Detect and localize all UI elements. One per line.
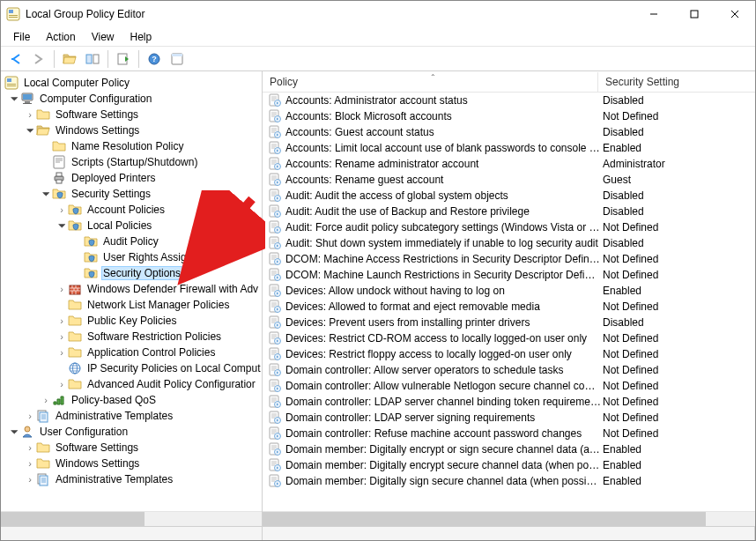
tree-user-windows[interactable]: › Windows Settings <box>4 456 262 471</box>
policy-row[interactable]: Domain controller: Refuse machine accoun… <box>263 426 755 441</box>
policy-setting: Enabled <box>601 142 755 154</box>
tree-qos[interactable]: › Policy-based QoS <box>4 392 262 408</box>
tree-computer-configuration[interactable]: ⏷ Computer Configuration <box>4 91 262 107</box>
policy-row[interactable]: Devices: Allow undock without having to … <box>263 283 755 299</box>
policy-row[interactable]: Devices: Allowed to format and eject rem… <box>263 299 755 315</box>
tree-pubkey[interactable]: › Public Key Policies <box>4 313 262 329</box>
tree-scripts[interactable]: Scripts (Startup/Shutdown) <box>4 154 262 170</box>
policy-row[interactable]: DCOM: Machine Access Restrictions in Sec… <box>263 251 755 267</box>
policy-row[interactable]: Domain controller: Allow vulnerable Netl… <box>263 378 755 394</box>
policy-row[interactable]: Domain controller: LDAP server channel b… <box>263 394 755 410</box>
menu-view[interactable]: View <box>85 29 122 45</box>
policy-item-icon <box>268 268 282 282</box>
tree-local-policies[interactable]: ⏷ Local Policies <box>4 218 262 233</box>
chevron-right-icon[interactable]: › <box>56 283 68 295</box>
chevron-down-icon[interactable]: ⏷ <box>8 426 20 438</box>
policy-row[interactable]: Audit: Force audit policy subcategory se… <box>263 219 755 235</box>
menubar: File Action View Help <box>1 27 755 47</box>
tree-account-policies[interactable]: › Account Policies <box>4 202 262 218</box>
network-icon <box>68 361 82 375</box>
tree-firewall[interactable]: › Windows Defender Firewall with Adv <box>4 281 262 297</box>
policy-row[interactable]: Domain member: Digitally encrypt secure … <box>263 457 755 473</box>
tree-root[interactable]: Local Computer Policy <box>4 75 262 91</box>
chevron-right-icon[interactable]: › <box>56 315 68 327</box>
tree-name-resolution[interactable]: Name Resolution Policy <box>4 138 262 154</box>
policy-item-icon <box>268 458 282 472</box>
tree-soft-restrict[interactable]: › Software Restriction Policies <box>4 329 262 345</box>
chevron-right-icon[interactable]: › <box>56 346 68 359</box>
policy-row[interactable]: Accounts: Guest account statusDisabled <box>263 124 755 140</box>
policy-row[interactable]: Accounts: Administrator account statusDi… <box>263 93 755 108</box>
maximize-button[interactable] <box>674 1 715 27</box>
tree-pane[interactable]: Local Computer Policy ⏷ Computer Configu… <box>1 71 263 526</box>
policy-item-icon <box>268 315 282 330</box>
chevron-down-icon[interactable]: ⏷ <box>40 188 52 200</box>
folder-icon <box>68 203 82 217</box>
policy-row[interactable]: Accounts: Limit local account use of bla… <box>263 140 755 156</box>
chevron-down-icon[interactable]: ⏷ <box>8 93 20 105</box>
tree-security-settings[interactable]: ⏷ Security Settings <box>4 186 262 202</box>
tree-ipsec[interactable]: IP Security Policies on Local Comput <box>4 360 262 376</box>
policy-row[interactable]: Domain controller: Allow server operator… <box>263 362 755 378</box>
tree-user-software[interactable]: › Software Settings <box>4 440 262 456</box>
chevron-right-icon[interactable]: › <box>24 441 36 454</box>
policy-row[interactable]: Accounts: Rename administrator accountAd… <box>263 156 755 172</box>
chevron-right-icon[interactable]: › <box>40 394 52 406</box>
policy-list[interactable]: Accounts: Administrator account statusDi… <box>263 93 755 511</box>
close-button[interactable] <box>715 1 755 27</box>
tree-app-control[interactable]: › Application Control Policies <box>4 345 262 360</box>
policy-row[interactable]: Devices: Restrict CD-ROM access to local… <box>263 330 755 346</box>
policy-row[interactable]: Audit: Shut down system immediately if u… <box>263 235 755 251</box>
help-button[interactable] <box>144 48 165 70</box>
chevron-right-icon[interactable]: › <box>56 204 68 216</box>
export-button[interactable] <box>113 48 134 70</box>
chevron-right-icon[interactable]: › <box>56 330 68 343</box>
tree-nlm[interactable]: Network List Manager Policies <box>4 297 262 313</box>
tree-user-configuration[interactable]: ⏷ User Configuration <box>4 424 262 440</box>
policy-row[interactable]: Devices: Restrict floppy access to local… <box>263 346 755 362</box>
chevron-right-icon[interactable]: › <box>24 457 36 470</box>
tree-user-rights[interactable]: User Rights Assignment <box>4 249 262 265</box>
minimize-button[interactable] <box>634 1 674 27</box>
list-hscroll[interactable] <box>263 511 755 526</box>
tree-software-settings[interactable]: › Software Settings <box>4 107 262 122</box>
menu-file[interactable]: File <box>6 29 37 45</box>
chevron-right-icon[interactable]: › <box>24 410 36 422</box>
tree-audit-policy[interactable]: Audit Policy <box>4 233 262 249</box>
policy-row[interactable]: Audit: Audit the access of global system… <box>263 188 755 204</box>
folder-icon <box>68 330 82 344</box>
tree-windows-settings[interactable]: ⏷ Windows Settings <box>4 122 262 138</box>
properties-button[interactable] <box>167 48 188 70</box>
policy-row[interactable]: Accounts: Block Microsoft accountsNot De… <box>263 108 755 124</box>
policy-row[interactable]: Devices: Prevent users from installing p… <box>263 315 755 330</box>
policy-row[interactable]: Domain member: Digitally encrypt or sign… <box>263 441 755 457</box>
policy-row[interactable]: Domain member: Digitally sign secure cha… <box>263 473 755 489</box>
menu-action[interactable]: Action <box>39 29 82 45</box>
folder-icon <box>84 234 98 248</box>
chevron-right-icon[interactable]: › <box>24 473 36 485</box>
chevron-right-icon[interactable]: › <box>56 378 68 390</box>
chevron-down-icon[interactable]: ⏷ <box>24 124 36 137</box>
policy-name: Devices: Prevent users from installing p… <box>285 316 601 329</box>
policy-row[interactable]: Audit: Audit the use of Backup and Resto… <box>263 204 755 219</box>
tree-user-admin-templates[interactable]: › Administrative Templates <box>4 471 262 487</box>
menu-help[interactable]: Help <box>123 29 159 45</box>
back-button[interactable] <box>5 48 26 70</box>
forward-button[interactable] <box>28 48 49 70</box>
tree-admin-templates[interactable]: › Administrative Templates <box>4 408 262 424</box>
tree-adv-audit[interactable]: › Advanced Audit Policy Configuratior <box>4 376 262 392</box>
show-hide-tree-button[interactable] <box>82 48 103 70</box>
chevron-right-icon[interactable]: › <box>24 108 36 121</box>
chevron-down-icon[interactable]: ⏷ <box>56 219 68 232</box>
column-setting[interactable]: Security Setting <box>598 72 755 92</box>
tree-hscroll[interactable] <box>1 511 262 526</box>
policy-name: Devices: Allowed to format and eject rem… <box>285 300 601 313</box>
policy-item-icon <box>268 189 282 203</box>
up-button[interactable] <box>59 48 80 70</box>
policy-row[interactable]: Accounts: Rename guest accountGuest <box>263 172 755 188</box>
tree-deployed-printers[interactable]: Deployed Printers <box>4 170 262 186</box>
policy-row[interactable]: DCOM: Machine Launch Restrictions in Sec… <box>263 267 755 283</box>
tree-security-options[interactable]: Security Options <box>4 265 262 281</box>
policy-row[interactable]: Domain controller: LDAP server signing r… <box>263 410 755 426</box>
folder-icon <box>36 456 50 471</box>
